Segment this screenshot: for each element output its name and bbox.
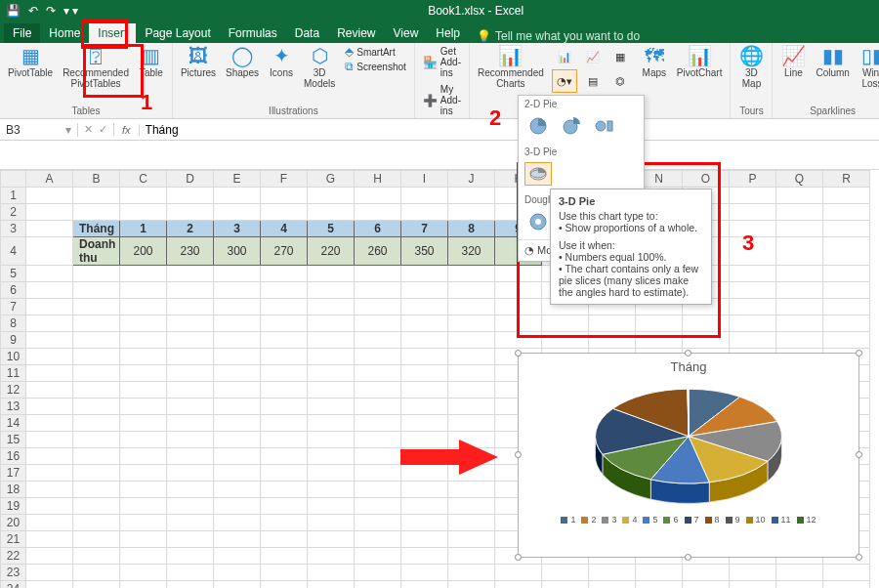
cell-E13[interactable]: [214, 399, 261, 415]
cell-H19[interactable]: [355, 498, 401, 515]
cell-K6[interactable]: [495, 282, 542, 299]
cell-M23[interactable]: [589, 565, 636, 581]
cell-E15[interactable]: [214, 432, 261, 448]
recommended-pivottables-button[interactable]: ⍰Recommended PivotTables: [61, 45, 131, 90]
cell-M9[interactable]: [589, 332, 636, 349]
cell-E6[interactable]: [214, 282, 261, 299]
sparkline-winloss-button[interactable]: ▯▮Win/ Loss: [858, 45, 879, 90]
cell-P8[interactable]: [730, 315, 776, 332]
cell-E8[interactable]: [214, 315, 261, 332]
cell-G12[interactable]: [308, 382, 355, 399]
cell-J14[interactable]: [448, 415, 495, 432]
cell-O24[interactable]: [683, 581, 730, 589]
cell-L24[interactable]: [542, 581, 589, 589]
cell-F4[interactable]: 270: [261, 237, 308, 266]
cell-A24[interactable]: [26, 581, 73, 589]
cell-H6[interactable]: [355, 282, 401, 299]
cell-O9[interactable]: [683, 332, 730, 349]
cell-J8[interactable]: [448, 315, 495, 332]
tab-page-layout[interactable]: Page Layout: [136, 23, 219, 43]
cell-K7[interactable]: [495, 299, 542, 315]
cell-A1[interactable]: [26, 188, 73, 204]
resize-handle[interactable]: [515, 350, 522, 357]
cell-A18[interactable]: [26, 482, 73, 498]
cell-D6[interactable]: [167, 282, 214, 299]
cell-G6[interactable]: [308, 282, 355, 299]
cell-Q9[interactable]: [776, 332, 823, 349]
cell-R23[interactable]: [823, 565, 870, 581]
cell-G11[interactable]: [308, 365, 355, 382]
cell-F2[interactable]: [261, 204, 308, 221]
sparkline-line-button[interactable]: 📈Line: [778, 45, 808, 90]
doughnut-option[interactable]: [524, 210, 552, 233]
cell-J2[interactable]: [448, 204, 495, 221]
cell-L23[interactable]: [542, 565, 589, 581]
cell-J5[interactable]: [448, 266, 495, 282]
chart-legend[interactable]: 123456789101112: [519, 515, 858, 525]
cell-E12[interactable]: [214, 382, 261, 399]
resize-handle[interactable]: [685, 554, 691, 561]
cell-C2[interactable]: [120, 204, 167, 221]
2d-pie-option[interactable]: [524, 114, 552, 138]
cell-I3[interactable]: 7: [401, 221, 448, 237]
cell-H9[interactable]: [355, 332, 401, 349]
cell-D7[interactable]: [167, 299, 214, 315]
my-addins-button[interactable]: ➕My Add-ins: [421, 83, 463, 117]
icons-button[interactable]: ✦Icons: [267, 45, 296, 90]
cell-F16[interactable]: [261, 448, 308, 465]
cell-E20[interactable]: [214, 515, 261, 531]
cell-A5[interactable]: [26, 266, 73, 282]
tab-file[interactable]: File: [4, 23, 40, 43]
cell-J1[interactable]: [448, 188, 495, 204]
cell-J6[interactable]: [448, 282, 495, 299]
pie-chart-button[interactable]: ◔▾: [552, 69, 578, 93]
resize-handle[interactable]: [856, 451, 862, 458]
cell-F7[interactable]: [261, 299, 308, 315]
table-button[interactable]: ▥Table: [137, 45, 166, 90]
pie-chart-object[interactable]: Tháng 123456789101112: [518, 353, 859, 558]
cell-Q23[interactable]: [776, 565, 823, 581]
3d-models-button[interactable]: ⬡3D Models: [302, 45, 337, 90]
legend-item[interactable]: 8: [705, 515, 720, 525]
cell-M8[interactable]: [589, 315, 636, 332]
cell-Q7[interactable]: [776, 299, 823, 315]
cell-E21[interactable]: [214, 531, 261, 548]
cell-N8[interactable]: [636, 315, 683, 332]
cell-P24[interactable]: [730, 581, 776, 589]
cell-C1[interactable]: [120, 188, 167, 204]
cell-Q2[interactable]: [776, 204, 823, 221]
fx-icon[interactable]: fx: [114, 124, 140, 136]
cell-B20[interactable]: [73, 515, 120, 531]
cell-I11[interactable]: [401, 365, 448, 382]
cell-J13[interactable]: [448, 399, 495, 415]
cell-H23[interactable]: [355, 565, 401, 581]
cell-J18[interactable]: [448, 482, 495, 498]
cell-H13[interactable]: [355, 399, 401, 415]
cell-F11[interactable]: [261, 365, 308, 382]
cell-I24[interactable]: [401, 581, 448, 589]
cell-F14[interactable]: [261, 415, 308, 432]
cell-Q6[interactable]: [776, 282, 823, 299]
2d-bar-of-pie-option[interactable]: [591, 114, 618, 138]
cell-F10[interactable]: [261, 349, 308, 365]
cell-R1[interactable]: [823, 188, 870, 204]
cell-C6[interactable]: [120, 282, 167, 299]
cell-C19[interactable]: [120, 498, 167, 515]
cell-C13[interactable]: [120, 399, 167, 415]
cell-B24[interactable]: [73, 581, 120, 589]
cell-B6[interactable]: [73, 282, 120, 299]
cell-G14[interactable]: [308, 415, 355, 432]
cell-J24[interactable]: [448, 581, 495, 589]
save-icon[interactable]: 💾: [6, 4, 21, 18]
cell-A16[interactable]: [26, 448, 73, 465]
cell-D13[interactable]: [167, 399, 214, 415]
cell-F13[interactable]: [261, 399, 308, 415]
line-chart-button[interactable]: 📈: [579, 45, 606, 68]
legend-item[interactable]: 3: [602, 515, 616, 525]
cell-K5[interactable]: [495, 266, 542, 282]
cell-H11[interactable]: [355, 365, 401, 382]
cell-B8[interactable]: [73, 315, 120, 332]
smartart-button[interactable]: ⬘SmartArt: [343, 45, 408, 59]
cell-F6[interactable]: [261, 282, 308, 299]
cell-D16[interactable]: [167, 448, 214, 465]
